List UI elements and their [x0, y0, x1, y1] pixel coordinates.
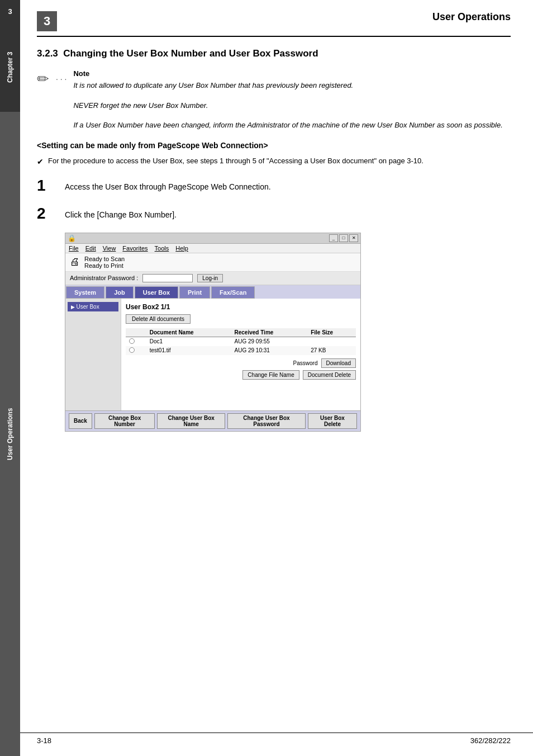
checkmark-icon: ✔ — [37, 156, 44, 168]
download-button[interactable]: Download — [321, 358, 356, 368]
step-2-text: Click the [Change Box Number]. — [65, 209, 177, 221]
row-docname-1: test01.tif — [146, 346, 231, 355]
browser-screenshot: 🔒 _ □ ✕ File Edit View Favorites Tools H… — [65, 233, 361, 432]
admin-password-input[interactable] — [142, 274, 193, 282]
document-table-body: Doc1 AUG 29 09:55 test01.tif AUG 29 10:3… — [126, 337, 356, 355]
note-container: ✏ . . . Note It is not allowed to duplic… — [37, 69, 511, 131]
note-label: Note — [73, 69, 511, 78]
step-1: 1 Access the User Box through PageScope … — [37, 177, 511, 195]
user-ops-tab: User Operations — [0, 112, 20, 756]
page-header: 3 User Operations — [37, 11, 511, 37]
step-2-number: 2 — [37, 205, 54, 223]
admin-label: Administrator Password : — [70, 275, 138, 281]
document-table-header: Document Name Received Time File Size — [126, 328, 356, 337]
sidebar-item-userbox[interactable]: User Box — [68, 302, 118, 311]
footer-page-number: 3-18 — [37, 736, 51, 745]
subsection-heading: <Setting can be made only from PageScope… — [37, 141, 511, 150]
bottom-nav: Back Change Box Number Change User Box N… — [65, 410, 360, 431]
admin-bar: Administrator Password : Log-in — [65, 272, 360, 285]
browser-menubar: File Edit View Favorites Tools Help — [65, 244, 360, 253]
menu-tools[interactable]: Tools — [155, 245, 169, 252]
maximize-button[interactable]: □ — [339, 234, 348, 242]
menu-help[interactable]: Help — [175, 245, 188, 252]
browser-icon: 🔒 — [68, 234, 76, 242]
note-text-2: NEVER forget the new User Box Number. — [73, 100, 511, 111]
note-text-3: If a User Box Number have been changed, … — [73, 120, 511, 131]
change-file-name-button[interactable]: Change File Name — [242, 370, 299, 380]
chapter-num-box: 3 — [37, 11, 57, 31]
row-time-1: AUG 29 10:31 — [231, 346, 307, 355]
browser-status-bar: 🖨 Ready to Scan Ready to Print — [65, 253, 360, 272]
col-radio — [126, 328, 146, 337]
login-button[interactable]: Log-in — [197, 274, 223, 282]
menu-file[interactable]: File — [69, 245, 79, 252]
status-text: Ready to Scan Ready to Print — [84, 256, 125, 269]
browser-titlebar: 🔒 _ □ ✕ — [65, 233, 360, 244]
password-label: Password — [293, 360, 318, 366]
change-row: Change File Name Document Delete — [126, 370, 356, 380]
browser-controls[interactable]: _ □ ✕ — [329, 234, 358, 242]
note-icon: ✏ — [37, 70, 49, 88]
browser-main-panel: User Box2 1/1 Delete All documents Docum… — [121, 299, 360, 410]
status-icons: 🖨 — [70, 256, 80, 268]
row-size-0 — [307, 337, 356, 346]
delete-all-button[interactable]: Delete All documents — [126, 314, 191, 324]
row-radio-1[interactable] — [126, 346, 146, 355]
tab-userbox[interactable]: User Box — [135, 286, 178, 299]
table-row: test01.tif AUG 29 10:31 27 KB — [126, 346, 356, 355]
tab-print[interactable]: Print — [179, 286, 210, 299]
col-docname: Document Name — [146, 328, 231, 337]
note-dots-label: . . . — [56, 73, 66, 82]
document-table: Document Name Received Time File Size Do… — [126, 328, 356, 355]
change-user-box-name-button[interactable]: Change User Box Name — [157, 413, 225, 429]
nav-tabs: System Job User Box Print Fax/Scan — [65, 285, 360, 299]
side-tab: 3 Chapter 3 User Operations — [0, 0, 20, 756]
tab-system[interactable]: System — [66, 286, 104, 299]
change-user-box-password-button[interactable]: Change User Box Password — [227, 413, 306, 429]
menu-view[interactable]: View — [103, 245, 116, 252]
document-delete-button[interactable]: Document Delete — [303, 370, 356, 380]
note-content: Note It is not allowed to duplicate any … — [73, 69, 511, 131]
menu-favorites[interactable]: Favorites — [122, 245, 147, 252]
back-button[interactable]: Back — [69, 413, 92, 429]
check-list: ✔ For the procedure to access the User B… — [37, 155, 511, 168]
action-row: Password Download — [126, 358, 356, 368]
step-1-text: Access the User Box through PageScope We… — [65, 181, 271, 193]
col-filesize: File Size — [307, 328, 356, 337]
tab-faxscan[interactable]: Fax/Scan — [211, 286, 255, 299]
browser-sidebar: User Box — [65, 299, 121, 410]
browser-layout: User Box User Box2 1/1 Delete All docume… — [65, 299, 360, 410]
user-box-delete-button[interactable]: User Box Delete — [308, 413, 357, 429]
page-footer: 3-18 362/282/222 — [20, 733, 533, 745]
tab-job[interactable]: Job — [106, 286, 134, 299]
note-text-1: It is not allowed to duplicate any User … — [73, 80, 511, 91]
check-list-item-0: ✔ For the procedure to access the User B… — [37, 155, 511, 168]
box-title: User Box2 1/1 — [126, 303, 356, 311]
chapter-label-tab: Chapter 3 — [0, 22, 20, 112]
step-1-number: 1 — [37, 177, 54, 195]
row-time-0: AUG 29 09:55 — [231, 337, 307, 346]
browser-body: User Box User Box2 1/1 Delete All docume… — [65, 299, 360, 410]
row-radio-0[interactable] — [126, 337, 146, 346]
row-docname-0: Doc1 — [146, 337, 231, 346]
page-title: User Operations — [432, 11, 511, 23]
footer-model-number: 362/282/222 — [470, 736, 511, 745]
menu-edit[interactable]: Edit — [85, 245, 96, 252]
chapter-number-tab: 3 — [0, 0, 20, 22]
col-recvtime: Received Time — [231, 328, 307, 337]
section-heading: 3.2.3 Changing the User Box Number and U… — [37, 48, 511, 59]
step-2: 2 Click the [Change Box Number]. — [37, 205, 511, 223]
row-size-1: 27 KB — [307, 346, 356, 355]
change-box-number-button[interactable]: Change Box Number — [94, 413, 155, 429]
table-row: Doc1 AUG 29 09:55 — [126, 337, 356, 346]
close-button[interactable]: ✕ — [349, 234, 358, 242]
minimize-button[interactable]: _ — [329, 234, 338, 242]
main-content: 3 User Operations 3.2.3 Changing the Use… — [20, 0, 533, 454]
